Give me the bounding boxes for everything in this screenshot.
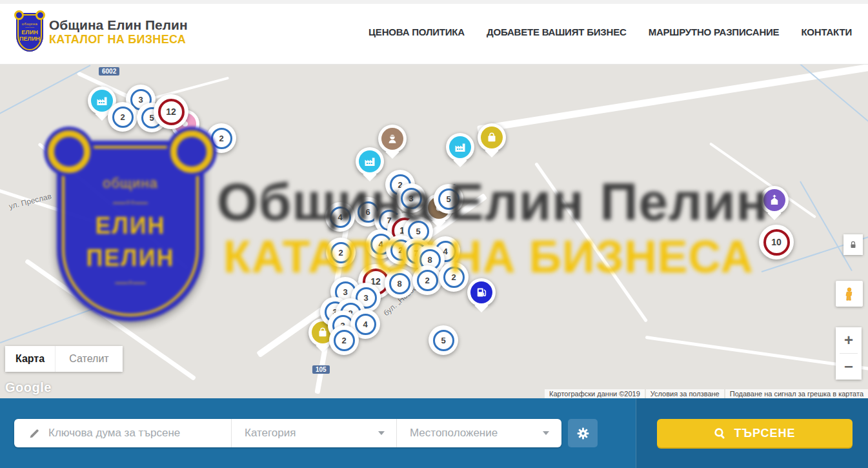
cluster-marker[interactable]: 5 [429,325,458,355]
zoom-control: + − [836,327,862,380]
gear-icon [576,427,590,440]
cluster-marker[interactable]: 2 [329,325,359,355]
shopping-bag-pin[interactable] [478,123,506,152]
map-waterline [0,65,91,117]
lock-icon [849,240,858,250]
category-select-placeholder: Категория [245,427,296,440]
site-subtitle: КАТАЛОГ НА БИЗНЕСА [49,33,188,46]
site-logo[interactable]: община —◦— ЕЛИН ПЕЛИН Община Елин Пелин … [16,13,188,52]
watermark-subtitle: КАТАЛОГ НА БИЗНЕСА [223,231,754,283]
map-waterline [800,181,853,272]
page: община —◦— ЕЛИН ПЕЛИН Община Елин Пелин … [0,0,868,468]
site-title: Община Елин Пелин [49,17,188,33]
google-map[interactable]: ул. Преславбул. „Новоселци60021053251222… [0,65,868,398]
cluster-count: 2 [112,107,134,128]
watermark-crest-ornament: —◦— [115,277,145,287]
nav-item-contacts[interactable]: КОНТАКТИ [801,26,852,37]
main-nav: ЦЕНОВА ПОЛИТИКА ДОБАВЕТЕ ВАШИЯТ БИЗНЕС М… [368,26,852,37]
location-select-placeholder: Местоположение [410,427,498,440]
street-view-pegman-button[interactable] [836,281,863,307]
cluster-count: 10 [763,229,790,256]
search-bar-right-panel: ТЪРСЕНЕ [636,398,868,468]
map-attribution: Картографски данни ©2019 Условия за полз… [543,389,868,398]
cluster-count: 2 [211,128,232,149]
cluster-count: 2 [334,330,355,351]
watermark-crest-line1: ЕЛИН [95,212,165,239]
cluster-count: 12 [158,99,185,125]
map-type-control: Карта Сателит [5,346,123,372]
nav-item-bus-schedule[interactable]: МАРШРУТНО РАЗПИСАНИЕ [649,26,780,37]
road-shield: 105 [312,365,330,374]
search-button[interactable]: ТЪРСЕНЕ [657,419,853,447]
worker-icon [381,128,403,150]
factory-icon [359,150,381,172]
factory-pin[interactable] [446,133,474,161]
cluster-marker[interactable]: 12 [154,94,188,129]
watermark-crest-line2: ПЕЛИН [86,245,174,272]
map-road [645,336,868,373]
map-road [477,65,868,133]
watermark-crest-ornament: —◦◦— [113,197,148,207]
cluster-count: 5 [433,330,454,351]
keyword-search-input[interactable] [48,427,231,440]
shopping-bag-icon [481,127,503,148]
fuel-icon [470,281,492,303]
cluster-count: 4 [355,314,376,335]
factory-icon [449,136,471,158]
attribution-terms-link[interactable]: Условия за ползване [646,389,724,398]
search-bar: ТЪРСЕНЕ Категория Местоположение [0,398,868,468]
header: община —◦— ЕЛИН ПЕЛИН Община Елин Пелин … [0,0,868,65]
top-strip [0,0,868,4]
google-logo[interactable]: Google [5,380,52,395]
nav-item-pricing[interactable]: ЦЕНОВА ПОЛИТИКА [368,26,465,37]
crest-name-line2: ПЕЛИН [19,36,40,42]
watermark-title: Община Елин Пелин [217,172,769,232]
watermark-crest-motto: община [103,175,158,192]
attribution-report-error-link[interactable]: Подаване на сигнал за грешка в картата [725,389,868,398]
keyword-field-wrap [14,419,231,447]
crest-name-line1: ЕЛИН [21,29,37,36]
pencil-icon [28,427,41,440]
watermark-crest-icon: община —◦◦— ЕЛИН ПЕЛИН —◦— [57,141,204,321]
attribution-copyright: Картографски данни ©2019 [545,389,645,398]
chevron-down-icon [378,431,385,435]
road-shield: 6002 [99,67,119,76]
search-icon [714,427,726,440]
location-select[interactable]: Местоположение [396,419,561,447]
municipality-crest-icon: община —◦— ЕЛИН ПЕЛИН [16,13,43,52]
map-type-map-button[interactable]: Карта [5,346,56,372]
chevron-down-icon [543,431,549,435]
nav-item-add-business[interactable]: ДОБАВЕТЕ ВАШИЯТ БИЗНЕС [487,26,627,37]
map-waterline [0,307,97,343]
map-type-satellite-button[interactable]: Сателит [56,346,123,372]
zoom-in-button[interactable]: + [836,327,862,353]
map-lock-button[interactable] [843,234,863,255]
zoom-out-button[interactable]: − [836,354,862,380]
cluster-marker[interactable]: 2 [108,102,137,132]
advanced-search-button[interactable] [568,419,598,447]
search-button-label: ТЪРСЕНЕ [734,427,795,440]
worker-pin[interactable] [378,125,407,153]
search-input-group: Категория Местоположение [14,419,561,447]
category-select[interactable]: Категория [231,419,396,447]
pegman-icon [842,285,856,303]
